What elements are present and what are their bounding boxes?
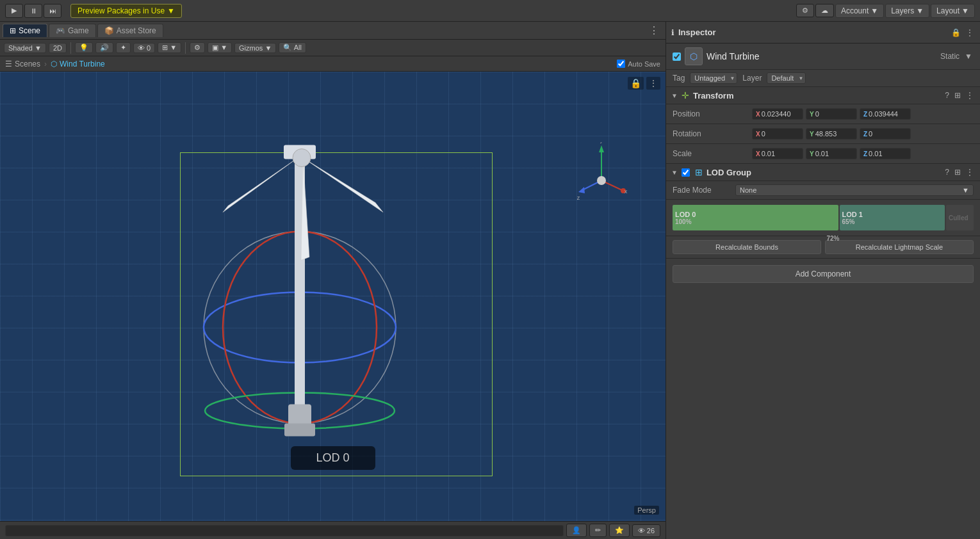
svg-marker-9 — [223, 158, 298, 213]
scale-x-field[interactable]: X 0.01 — [752, 148, 803, 159]
add-component-button[interactable]: Add Component — [673, 265, 974, 283]
main-area: ⊞ Scene 🎮 Game 📦 Asset Store ⋮ Shaded ▼ … — [0, 22, 980, 539]
fade-mode-label: Fade Mode — [673, 186, 730, 195]
scene-search-input[interactable] — [5, 525, 564, 536]
scale-row: Scale X 0.01 Y 0.01 Z 0.01 — [666, 144, 980, 164]
scene-bottom-icon1[interactable]: 👤 — [566, 524, 587, 537]
collab-icon-button[interactable]: ⚙ — [796, 4, 814, 17]
svg-point-11 — [293, 149, 311, 167]
breadcrumb-active-item: ⬡ Wind Turbine — [51, 60, 105, 68]
lod0-segment[interactable]: LOD 0 100% 72% — [673, 205, 838, 230]
lod-culled-segment[interactable]: Culled — [946, 205, 974, 230]
tab-asset-store-label: Asset Store — [117, 26, 156, 35]
transform-more-btn[interactable]: ⋮ — [965, 91, 975, 100]
top-toolbar: ▶ ⏸ ⏭ Preview Packages in Use ▼ ⚙ ☁ Acco… — [0, 0, 980, 22]
lock-viewport-icon[interactable]: 🔒 — [628, 77, 644, 90]
transform-settings-btn[interactable]: ⊞ — [953, 91, 962, 100]
static-dropdown-btn[interactable]: ▼ — [963, 52, 974, 61]
inspector-icon: ℹ — [671, 28, 674, 37]
lod-group-icon: ⊞ — [695, 167, 703, 177]
transform-section-header[interactable]: ▼ ✛ Transform ? ⊞ ⋮ — [666, 87, 980, 104]
scale-z-field[interactable]: Z 0.01 — [860, 148, 911, 159]
scene-panel: ⊞ Scene 🎮 Game 📦 Asset Store ⋮ Shaded ▼ … — [0, 22, 666, 539]
hide-icon-button[interactable]: 👁 0 — [133, 43, 155, 53]
position-x-value: 0.023440 — [762, 110, 791, 118]
svg-text:x: x — [625, 188, 627, 195]
search-all-button[interactable]: 🔍 All — [279, 42, 306, 53]
play-button[interactable]: ▶ — [5, 4, 23, 18]
svg-marker-17 — [578, 187, 585, 193]
inspector-more-button[interactable]: ⋮ — [965, 28, 975, 37]
lod1-segment[interactable]: LOD 1 65% — [840, 205, 945, 230]
tab-game[interactable]: 🎮 Game — [49, 24, 96, 37]
lod-more-btn[interactable]: ⋮ — [965, 168, 975, 177]
static-label: Static — [940, 52, 960, 61]
settings-icon-button[interactable]: ⚙ — [190, 42, 205, 53]
step-button[interactable]: ⏭ — [44, 4, 61, 18]
account-dropdown[interactable]: Account ▼ — [835, 4, 884, 18]
scene-viewport[interactable]: y x z Persp LOD 0 🔒 ⋮ — [0, 72, 666, 521]
lod-section-actions: ? ⊞ ⋮ — [943, 168, 975, 177]
breadcrumb-active-label: Wind Turbine — [60, 60, 105, 68]
layout-dropdown[interactable]: Layout ▼ — [931, 4, 975, 18]
gizmos-button[interactable]: Gizmos ▼ — [234, 43, 276, 53]
position-y-field[interactable]: Y 0 — [806, 108, 857, 120]
scale-x-value: 0.01 — [762, 150, 775, 157]
lod1-pct: 65% — [842, 218, 855, 225]
effects-icon-button[interactable]: ✦ — [116, 42, 131, 53]
pause-button[interactable]: ⏸ — [24, 4, 42, 18]
scene-bottom-bar: 👤 ✏ ⭐ 👁 26 — [0, 521, 666, 539]
scene-bottom-icon2[interactable]: ✏ — [589, 524, 607, 537]
gizmo-arrows[interactable]: y x z — [576, 142, 627, 208]
audio-icon-button[interactable]: 🔊 — [95, 42, 113, 53]
chevron-down-icon: ▼ — [916, 6, 924, 15]
fade-mode-dropdown[interactable]: None ▼ — [735, 184, 974, 196]
rotation-x-field[interactable]: X 0 — [752, 128, 803, 140]
wind-turbine-icon: ⬡ — [51, 60, 57, 68]
toolbar-separator-1 — [70, 42, 71, 54]
recalculate-bounds-button[interactable]: Recalculate Bounds — [673, 240, 821, 254]
more-tabs-icon[interactable]: ⋮ — [645, 24, 663, 36]
transform-help-btn[interactable]: ? — [943, 91, 951, 100]
lod-group-enabled-checkbox[interactable] — [682, 168, 690, 177]
tab-scene[interactable]: ⊞ Scene — [3, 24, 47, 37]
more-viewport-icon[interactable]: ⋮ — [646, 77, 660, 90]
scale-y-field[interactable]: Y 0.01 — [806, 148, 857, 159]
autosave-control[interactable]: Auto Save — [617, 60, 660, 68]
rotation-values: X 0 Y 48.853 Z 0 — [752, 128, 974, 140]
tag-dropdown-wrap: Untagged — [690, 72, 737, 84]
scene-bottom-icon4[interactable]: 👁 26 — [632, 524, 660, 537]
tag-dropdown[interactable]: Untagged — [690, 72, 737, 84]
rotation-z-field[interactable]: Z 0 — [860, 128, 911, 140]
transform-section-actions: ? ⊞ ⋮ — [943, 91, 975, 100]
cloud-icon-button[interactable]: ☁ — [815, 4, 834, 17]
scene-bottom-icon3[interactable]: ⭐ — [609, 524, 630, 537]
object-enabled-checkbox[interactable] — [673, 52, 681, 61]
2d-toggle[interactable]: 2D — [49, 43, 67, 53]
view-icon-button[interactable]: ▣ ▼ — [208, 42, 232, 53]
position-values: X 0.023440 Y 0 Z 0.039444 — [752, 108, 974, 120]
layers-label: Layers — [891, 6, 914, 15]
lod-settings-btn[interactable]: ⊞ — [953, 168, 962, 177]
autosave-checkbox[interactable] — [617, 60, 625, 68]
scale-y-value: 0.01 — [815, 150, 829, 157]
lod-bar-container: LOD 0 100% 72% LOD 1 65% Culled — [666, 200, 980, 236]
position-z-field[interactable]: Z 0.039444 — [860, 108, 911, 120]
gizmo-svg: y x z — [576, 142, 627, 206]
shading-dropdown[interactable]: Shaded ▼ — [4, 43, 46, 53]
grid-icon-button[interactable]: ⊞ ▼ — [158, 42, 181, 53]
position-x-field[interactable]: X 0.023440 — [752, 108, 803, 120]
layer-dropdown[interactable]: Default — [767, 72, 806, 84]
light-icon-button[interactable]: 💡 — [75, 42, 93, 53]
lod-help-btn[interactable]: ? — [943, 168, 951, 177]
layers-dropdown[interactable]: Layers ▼ — [885, 4, 929, 18]
lod-group-section-header[interactable]: ▼ ⊞ LOD Group ? ⊞ ⋮ — [666, 164, 980, 181]
scale-values: X 0.01 Y 0.01 Z 0.01 — [752, 148, 974, 159]
inspector-lock-button[interactable]: 🔒 — [950, 28, 962, 37]
autosave-label: Auto Save — [628, 60, 660, 68]
preview-packages-button[interactable]: Preview Packages in Use ▼ — [70, 4, 182, 18]
tab-asset-store[interactable]: 📦 Asset Store — [97, 24, 163, 37]
recalculate-lightmap-button[interactable]: Recalculate Lightmap Scale — [825, 240, 974, 254]
svg-text:y: y — [600, 142, 603, 143]
rotation-y-field[interactable]: Y 48.853 — [806, 128, 857, 140]
